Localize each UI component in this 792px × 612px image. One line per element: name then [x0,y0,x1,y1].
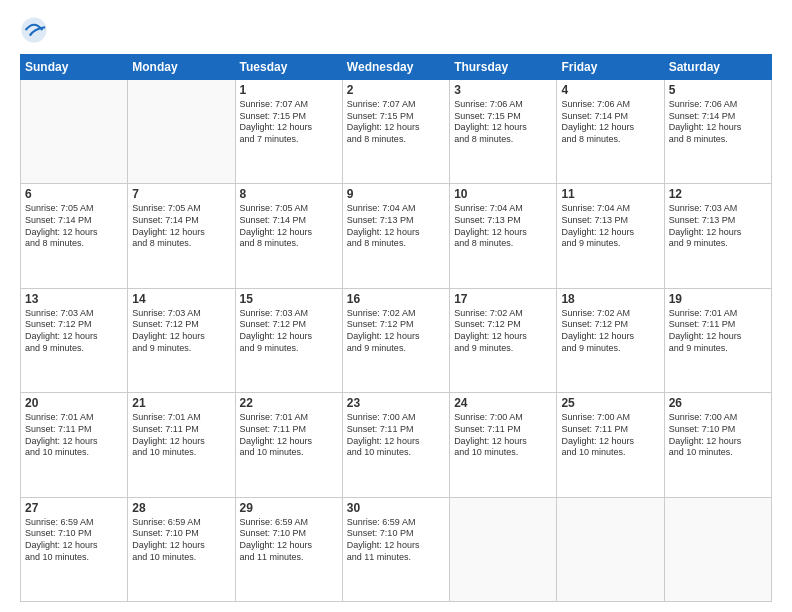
weekday-header-wednesday: Wednesday [342,55,449,80]
calendar-cell [557,497,664,601]
day-number: 6 [25,187,123,201]
day-info: Sunrise: 7:07 AM Sunset: 7:15 PM Dayligh… [240,99,338,146]
day-number: 10 [454,187,552,201]
calendar-cell: 26Sunrise: 7:00 AM Sunset: 7:10 PM Dayli… [664,393,771,497]
calendar-cell: 23Sunrise: 7:00 AM Sunset: 7:11 PM Dayli… [342,393,449,497]
day-number: 19 [669,292,767,306]
day-number: 4 [561,83,659,97]
day-number: 18 [561,292,659,306]
weekday-header-thursday: Thursday [450,55,557,80]
day-number: 12 [669,187,767,201]
calendar-week-row: 1Sunrise: 7:07 AM Sunset: 7:15 PM Daylig… [21,80,772,184]
day-number: 16 [347,292,445,306]
day-number: 13 [25,292,123,306]
page: SundayMondayTuesdayWednesdayThursdayFrid… [0,0,792,612]
calendar-cell: 25Sunrise: 7:00 AM Sunset: 7:11 PM Dayli… [557,393,664,497]
calendar-cell: 3Sunrise: 7:06 AM Sunset: 7:15 PM Daylig… [450,80,557,184]
calendar-week-row: 27Sunrise: 6:59 AM Sunset: 7:10 PM Dayli… [21,497,772,601]
calendar-cell: 24Sunrise: 7:00 AM Sunset: 7:11 PM Dayli… [450,393,557,497]
day-info: Sunrise: 6:59 AM Sunset: 7:10 PM Dayligh… [240,517,338,564]
calendar-week-row: 6Sunrise: 7:05 AM Sunset: 7:14 PM Daylig… [21,184,772,288]
calendar-cell [21,80,128,184]
header [20,16,772,44]
day-info: Sunrise: 7:02 AM Sunset: 7:12 PM Dayligh… [454,308,552,355]
calendar-cell: 19Sunrise: 7:01 AM Sunset: 7:11 PM Dayli… [664,288,771,392]
day-number: 23 [347,396,445,410]
day-number: 29 [240,501,338,515]
calendar-cell: 11Sunrise: 7:04 AM Sunset: 7:13 PM Dayli… [557,184,664,288]
calendar-cell: 28Sunrise: 6:59 AM Sunset: 7:10 PM Dayli… [128,497,235,601]
calendar-cell [664,497,771,601]
calendar-cell [450,497,557,601]
calendar-week-row: 13Sunrise: 7:03 AM Sunset: 7:12 PM Dayli… [21,288,772,392]
day-number: 30 [347,501,445,515]
day-number: 14 [132,292,230,306]
day-info: Sunrise: 7:01 AM Sunset: 7:11 PM Dayligh… [132,412,230,459]
day-info: Sunrise: 7:03 AM Sunset: 7:12 PM Dayligh… [25,308,123,355]
calendar-week-row: 20Sunrise: 7:01 AM Sunset: 7:11 PM Dayli… [21,393,772,497]
day-number: 11 [561,187,659,201]
day-number: 26 [669,396,767,410]
day-number: 15 [240,292,338,306]
calendar-cell: 29Sunrise: 6:59 AM Sunset: 7:10 PM Dayli… [235,497,342,601]
day-info: Sunrise: 7:06 AM Sunset: 7:14 PM Dayligh… [561,99,659,146]
logo [20,16,52,44]
calendar-cell: 13Sunrise: 7:03 AM Sunset: 7:12 PM Dayli… [21,288,128,392]
calendar-cell: 4Sunrise: 7:06 AM Sunset: 7:14 PM Daylig… [557,80,664,184]
calendar-cell: 17Sunrise: 7:02 AM Sunset: 7:12 PM Dayli… [450,288,557,392]
day-info: Sunrise: 7:04 AM Sunset: 7:13 PM Dayligh… [454,203,552,250]
day-number: 28 [132,501,230,515]
calendar-cell: 2Sunrise: 7:07 AM Sunset: 7:15 PM Daylig… [342,80,449,184]
day-info: Sunrise: 7:03 AM Sunset: 7:13 PM Dayligh… [669,203,767,250]
logo-icon [20,16,48,44]
calendar-cell: 8Sunrise: 7:05 AM Sunset: 7:14 PM Daylig… [235,184,342,288]
day-number: 21 [132,396,230,410]
day-info: Sunrise: 6:59 AM Sunset: 7:10 PM Dayligh… [132,517,230,564]
day-info: Sunrise: 7:04 AM Sunset: 7:13 PM Dayligh… [561,203,659,250]
day-number: 22 [240,396,338,410]
calendar-cell: 16Sunrise: 7:02 AM Sunset: 7:12 PM Dayli… [342,288,449,392]
calendar-cell: 1Sunrise: 7:07 AM Sunset: 7:15 PM Daylig… [235,80,342,184]
calendar-cell: 12Sunrise: 7:03 AM Sunset: 7:13 PM Dayli… [664,184,771,288]
day-info: Sunrise: 7:02 AM Sunset: 7:12 PM Dayligh… [561,308,659,355]
day-info: Sunrise: 7:00 AM Sunset: 7:10 PM Dayligh… [669,412,767,459]
calendar-cell: 7Sunrise: 7:05 AM Sunset: 7:14 PM Daylig… [128,184,235,288]
calendar-cell: 30Sunrise: 6:59 AM Sunset: 7:10 PM Dayli… [342,497,449,601]
day-number: 20 [25,396,123,410]
day-info: Sunrise: 6:59 AM Sunset: 7:10 PM Dayligh… [25,517,123,564]
weekday-header-monday: Monday [128,55,235,80]
calendar-cell: 22Sunrise: 7:01 AM Sunset: 7:11 PM Dayli… [235,393,342,497]
day-number: 9 [347,187,445,201]
day-number: 5 [669,83,767,97]
calendar-cell: 27Sunrise: 6:59 AM Sunset: 7:10 PM Dayli… [21,497,128,601]
calendar-cell: 21Sunrise: 7:01 AM Sunset: 7:11 PM Dayli… [128,393,235,497]
day-number: 2 [347,83,445,97]
day-number: 3 [454,83,552,97]
day-info: Sunrise: 7:00 AM Sunset: 7:11 PM Dayligh… [454,412,552,459]
calendar-table: SundayMondayTuesdayWednesdayThursdayFrid… [20,54,772,602]
calendar-cell: 14Sunrise: 7:03 AM Sunset: 7:12 PM Dayli… [128,288,235,392]
day-number: 25 [561,396,659,410]
weekday-header-row: SundayMondayTuesdayWednesdayThursdayFrid… [21,55,772,80]
day-info: Sunrise: 6:59 AM Sunset: 7:10 PM Dayligh… [347,517,445,564]
calendar-cell: 10Sunrise: 7:04 AM Sunset: 7:13 PM Dayli… [450,184,557,288]
calendar-cell: 9Sunrise: 7:04 AM Sunset: 7:13 PM Daylig… [342,184,449,288]
day-info: Sunrise: 7:00 AM Sunset: 7:11 PM Dayligh… [561,412,659,459]
day-info: Sunrise: 7:04 AM Sunset: 7:13 PM Dayligh… [347,203,445,250]
day-number: 8 [240,187,338,201]
calendar-cell [128,80,235,184]
day-info: Sunrise: 7:00 AM Sunset: 7:11 PM Dayligh… [347,412,445,459]
day-info: Sunrise: 7:01 AM Sunset: 7:11 PM Dayligh… [25,412,123,459]
day-number: 1 [240,83,338,97]
day-info: Sunrise: 7:03 AM Sunset: 7:12 PM Dayligh… [132,308,230,355]
day-info: Sunrise: 7:07 AM Sunset: 7:15 PM Dayligh… [347,99,445,146]
day-info: Sunrise: 7:06 AM Sunset: 7:15 PM Dayligh… [454,99,552,146]
day-info: Sunrise: 7:01 AM Sunset: 7:11 PM Dayligh… [240,412,338,459]
calendar-cell: 15Sunrise: 7:03 AM Sunset: 7:12 PM Dayli… [235,288,342,392]
calendar-cell: 6Sunrise: 7:05 AM Sunset: 7:14 PM Daylig… [21,184,128,288]
day-info: Sunrise: 7:05 AM Sunset: 7:14 PM Dayligh… [240,203,338,250]
day-number: 24 [454,396,552,410]
day-info: Sunrise: 7:02 AM Sunset: 7:12 PM Dayligh… [347,308,445,355]
day-number: 17 [454,292,552,306]
day-info: Sunrise: 7:03 AM Sunset: 7:12 PM Dayligh… [240,308,338,355]
